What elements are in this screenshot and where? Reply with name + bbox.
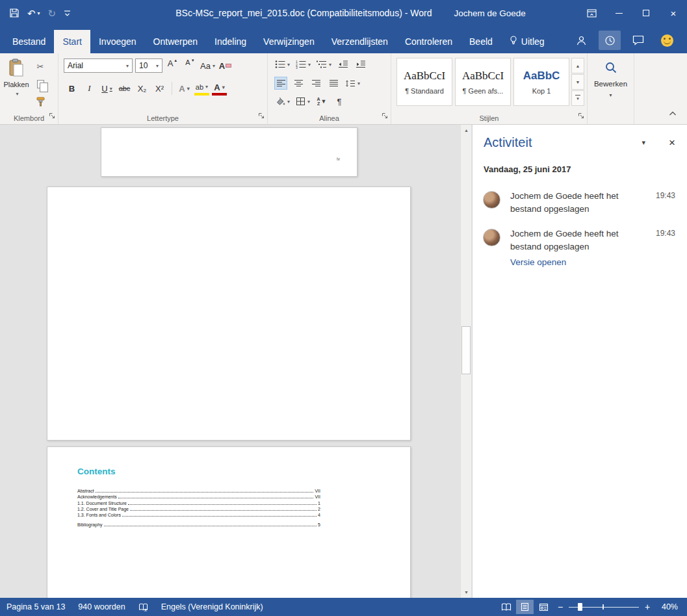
vertical-scrollbar[interactable]: ▲ ▼ — [460, 125, 471, 598]
activity-dropdown-icon[interactable]: ▾ — [642, 138, 646, 147]
tab-invoegen[interactable]: Invoegen — [90, 30, 145, 53]
scrollbar-thumb[interactable] — [461, 326, 471, 374]
clear-formatting-icon[interactable]: A — [218, 58, 233, 73]
style-standaard[interactable]: AaBbCcI ¶ Standaard — [396, 58, 452, 106]
justify-icon[interactable] — [328, 77, 339, 89]
copy-icon[interactable] — [32, 77, 48, 90]
ribbon-display-options-icon[interactable] — [578, 0, 605, 26]
paste-button[interactable]: Plakken — [0, 53, 32, 124]
change-case-button[interactable]: Aa — [200, 58, 215, 73]
font-dialog-launcher-icon[interactable] — [258, 110, 265, 122]
font-color-button[interactable]: A — [212, 81, 227, 96]
underline-button[interactable]: U — [99, 81, 114, 96]
zoom-slider-thumb[interactable] — [578, 603, 582, 611]
toc-entry: 1.3. Fonts and Colors4 — [77, 512, 320, 518]
format-painter-icon[interactable] — [32, 95, 48, 108]
document-page-5[interactable] — [47, 186, 411, 441]
toc-entry: 1.1. Document Structure1 — [77, 500, 320, 506]
contents-heading: Contents — [77, 467, 116, 476]
close-button[interactable]: × — [660, 0, 687, 26]
comments-icon[interactable] — [627, 31, 649, 50]
bold-button[interactable]: B — [64, 81, 79, 96]
line-spacing-icon[interactable] — [345, 77, 360, 89]
share-person-icon[interactable] — [570, 31, 592, 50]
tab-indeling[interactable]: Indeling — [206, 30, 255, 53]
styles-scroll-down-icon[interactable]: ▼ — [571, 74, 584, 90]
sort-icon[interactable]: AZ ▼ — [316, 96, 328, 107]
tab-bestand[interactable]: Bestand — [4, 30, 54, 53]
editing-button[interactable]: Bewerken ▾ — [588, 53, 634, 98]
activity-time: 19:43 — [656, 229, 675, 238]
document-page-6[interactable]: Contents AbstractVII AcknowledgementsVII… — [47, 446, 411, 598]
language-indicator[interactable]: Engels (Verenigd Koninkrijk) — [155, 598, 270, 616]
style-geen-afstand[interactable]: AaBbCcI ¶ Geen afs... — [455, 58, 511, 106]
numbering-icon[interactable]: 123 — [296, 58, 311, 70]
borders-icon[interactable] — [296, 96, 310, 107]
activity-entry: Jochem de Goede heeft het bestand opgesl… — [473, 182, 687, 220]
align-right-icon[interactable] — [310, 77, 322, 89]
style-kop-1[interactable]: AaBbC Kop 1 — [513, 58, 569, 106]
open-version-link[interactable]: Versie openen — [510, 257, 677, 267]
zoom-in-button[interactable]: + — [640, 602, 655, 612]
tab-verzendlijsten[interactable]: Verzendlijsten — [323, 30, 396, 53]
subscript-button[interactable]: X₂ — [135, 81, 149, 96]
align-left-icon[interactable] — [275, 77, 287, 89]
zoom-out-button[interactable]: − — [553, 602, 567, 612]
page-indicator[interactable]: Pagina 5 van 13 — [0, 598, 71, 616]
clipboard-dialog-launcher-icon[interactable] — [49, 110, 55, 122]
feedback-smiley-icon[interactable] — [656, 31, 678, 50]
maximize-button[interactable] — [632, 0, 660, 26]
scroll-up-icon[interactable]: ▲ — [461, 125, 472, 136]
account-user-name[interactable]: Jochem de Goede — [454, 8, 525, 18]
print-layout-icon[interactable] — [516, 600, 534, 614]
multilevel-list-icon[interactable] — [317, 58, 331, 70]
scroll-down-icon[interactable]: ▼ — [461, 587, 472, 598]
italic-button[interactable]: I — [82, 81, 97, 96]
tab-beeld[interactable]: Beeld — [461, 30, 501, 53]
undo-button[interactable]: ↶ — [27, 8, 40, 18]
increase-indent-icon[interactable] — [355, 58, 367, 70]
minimize-button[interactable] — [605, 0, 632, 26]
decrease-indent-icon[interactable] — [337, 58, 349, 70]
save-icon[interactable] — [9, 8, 19, 18]
font-size-combobox[interactable]: 10▾ — [135, 58, 162, 73]
tab-start[interactable]: Start — [54, 30, 90, 53]
proofing-status-icon[interactable] — [132, 598, 155, 616]
activity-date: Vandaag, 25 juni 2017 — [484, 164, 687, 174]
statusbar-right: − + 40% — [497, 600, 687, 614]
styles-gallery-more-icon[interactable]: ▾ — [571, 90, 584, 106]
tab-ontwerpen[interactable]: Ontwerpen — [145, 30, 206, 53]
styles-scroll-up-icon[interactable]: ▲ — [571, 58, 584, 73]
grow-font-button[interactable]: A▲ — [165, 58, 180, 73]
align-center-icon[interactable] — [292, 77, 304, 89]
text-effects-button[interactable]: A — [177, 81, 192, 96]
activity-history-icon[interactable] — [599, 31, 621, 50]
paste-clipboard-icon — [8, 58, 24, 78]
tab-uitleg[interactable]: Uitleg — [501, 30, 553, 53]
document-title: BSc-MSc_report_mei_2015.doc (Compatibili… — [175, 8, 432, 18]
superscript-button[interactable]: X² — [152, 81, 167, 96]
strikethrough-button[interactable]: abc — [117, 81, 132, 96]
tab-controleren[interactable]: Controleren — [396, 30, 461, 53]
shrink-font-button[interactable]: A▼ — [183, 58, 198, 73]
web-layout-icon[interactable] — [535, 600, 552, 614]
group-label-styles: Stijlen — [391, 114, 587, 122]
read-mode-icon[interactable] — [497, 600, 515, 614]
word-count[interactable]: 940 woorden — [71, 598, 131, 616]
cut-icon[interactable]: ✂ — [32, 60, 48, 73]
document-page-4[interactable]: iv — [101, 127, 357, 177]
zoom-level[interactable]: 40% — [655, 602, 682, 611]
customize-qat-button[interactable] — [64, 10, 71, 17]
text-highlight-color-button[interactable]: ab — [194, 81, 209, 96]
zoom-slider[interactable] — [569, 600, 639, 613]
styles-dialog-launcher-icon[interactable] — [578, 110, 584, 122]
shading-icon[interactable] — [275, 96, 290, 107]
activity-close-icon[interactable]: × — [669, 137, 675, 148]
show-formatting-marks-icon[interactable]: ¶ — [333, 96, 345, 107]
tab-verwijzingen[interactable]: Verwijzingen — [255, 30, 323, 53]
bullets-icon[interactable] — [275, 58, 290, 70]
collapse-ribbon-icon[interactable] — [669, 107, 677, 119]
redo-button[interactable]: ↻ — [48, 8, 57, 18]
font-name-combobox[interactable]: Arial▾ — [64, 58, 133, 73]
paragraph-dialog-launcher-icon[interactable] — [382, 110, 388, 122]
